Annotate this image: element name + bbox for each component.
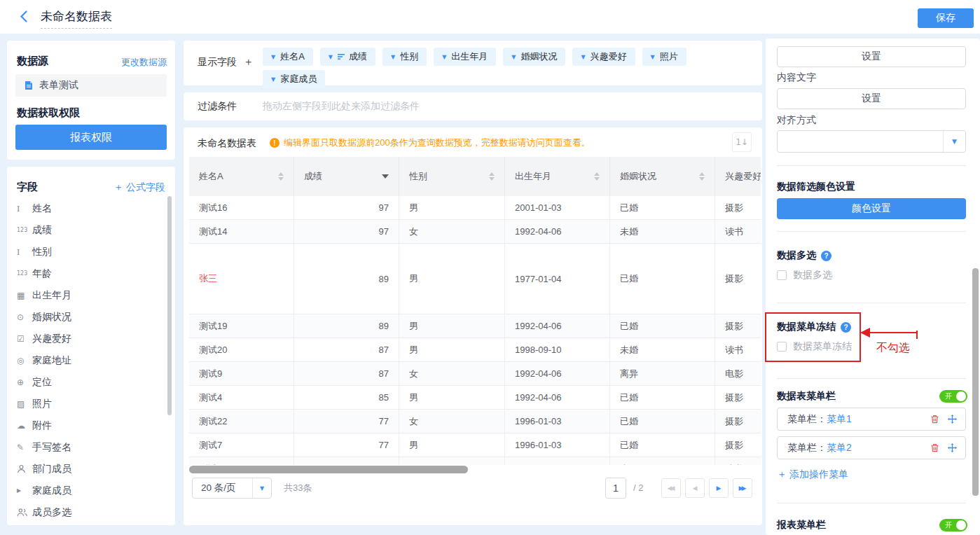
column-header[interactable]: 成绩 xyxy=(294,157,399,196)
target-icon: ⊕ xyxy=(17,377,32,387)
field-item[interactable]: ⊕定位 xyxy=(17,371,161,393)
table-row[interactable]: 测试2087男1998-09-10未婚读书 xyxy=(189,338,761,362)
sort-desc-icon[interactable] xyxy=(382,174,389,179)
report-menu-toggle[interactable]: 开 xyxy=(939,519,967,531)
field-item-label: 成员多选 xyxy=(32,506,71,519)
next-page-icon[interactable]: ▶ xyxy=(709,478,729,498)
sort-carets-icon[interactable] xyxy=(699,172,705,181)
move-icon[interactable] xyxy=(948,443,957,452)
field-item[interactable]: 123年龄 xyxy=(17,263,161,284)
chevron-down-icon: ▼ xyxy=(651,54,655,60)
horizontal-scrollbar[interactable] xyxy=(189,466,468,473)
column-header[interactable]: 婚姻状况 xyxy=(610,157,715,196)
table-cell: 1992-04-06 xyxy=(505,220,610,243)
field-item[interactable]: 123成绩 xyxy=(17,219,161,241)
align-select[interactable]: ▼ xyxy=(777,130,966,153)
trash-icon[interactable] xyxy=(930,415,939,424)
add-formula-field-link[interactable]: ＋ 公式字段 xyxy=(113,181,165,194)
menu-item-name[interactable]: 菜单1 xyxy=(827,413,852,426)
column-header[interactable]: 姓名A xyxy=(189,157,294,196)
table-row[interactable]: 测试1776女1996-01-03未婚读书 xyxy=(189,457,761,465)
first-page-icon[interactable]: ◀◀ xyxy=(661,478,681,498)
field-item[interactable]: ▨照片 xyxy=(17,393,161,415)
trash-icon[interactable] xyxy=(930,443,939,452)
field-item[interactable]: I性别 xyxy=(17,241,161,263)
table-row[interactable]: 测试2277女1996-01-03已婚摄影 xyxy=(189,410,761,433)
table-cell: 摄影 xyxy=(715,433,761,457)
field-item[interactable]: I姓名 xyxy=(17,197,161,219)
inspector-scrollbar[interactable] xyxy=(972,268,979,496)
field-chip-label: 成绩 xyxy=(349,50,367,63)
column-header[interactable]: 性别 xyxy=(399,157,505,196)
menu-item-name[interactable]: 菜单2 xyxy=(827,442,852,454)
menu-item[interactable]: 菜单栏：菜单1 xyxy=(777,408,966,431)
table-cell: 未婚 xyxy=(610,338,715,361)
field-item[interactable]: 部门成员 xyxy=(17,458,161,480)
table-row[interactable]: 测试777男1996-01-03已婚摄影 xyxy=(189,433,761,457)
field-chip[interactable]: ▼性别 xyxy=(382,48,427,66)
field-item-label: 婚姻状况 xyxy=(32,311,71,324)
table-row[interactable]: 测试987女1992-04-06离异电影 xyxy=(189,362,761,386)
field-item[interactable]: ◎家庭地址 xyxy=(17,349,161,371)
page-total-label: / 2 xyxy=(633,478,643,499)
help-icon[interactable]: ? xyxy=(821,251,831,261)
datasource-item[interactable]: 表单测试 xyxy=(15,74,167,97)
table-cell: 1996-01-03 xyxy=(505,433,610,457)
sort-carets-icon[interactable] xyxy=(594,172,600,181)
field-chip[interactable]: ▼姓名A xyxy=(263,48,313,66)
field-item[interactable]: ☑兴趣爱好 xyxy=(17,328,161,349)
sort-carets-icon[interactable] xyxy=(489,172,495,181)
table-row[interactable]: 测试1497女1992-04-06未婚读书 xyxy=(189,220,761,244)
field-chip[interactable]: ▼出生年月 xyxy=(434,48,496,66)
sort-order-icon[interactable]: 1↓ xyxy=(732,132,752,152)
move-icon[interactable] xyxy=(948,415,957,424)
last-page-icon[interactable]: ▶▶ xyxy=(733,478,752,498)
location-icon: ◎ xyxy=(17,356,32,366)
table-cell: 85 xyxy=(294,386,399,409)
table-cell: 测试19 xyxy=(189,314,294,338)
table-menu-toggle[interactable]: 开 xyxy=(939,390,967,403)
table-cell: 89 xyxy=(294,314,399,338)
field-chip[interactable]: ▼成绩 xyxy=(320,48,375,66)
color-setting-button[interactable]: 颜色设置 xyxy=(777,198,966,219)
report-permission-button[interactable]: 报表权限 xyxy=(15,125,167,150)
display-field-chips: ▼姓名A▼成绩▼性别▼出生年月▼婚姻状况▼兴趣爱好▼照片▼家庭成员 xyxy=(263,45,753,90)
filter-dropzone[interactable]: 拖动左侧字段到此处来添加过滤条件 xyxy=(263,100,420,113)
multi-select-checkbox[interactable] xyxy=(777,270,787,280)
page-number-input[interactable]: 1 xyxy=(605,478,626,499)
field-item[interactable]: ✎手写签名 xyxy=(17,436,161,458)
table-cell: 男 xyxy=(399,196,505,219)
field-chip[interactable]: ▼婚姻状况 xyxy=(503,48,565,66)
field-item[interactable]: ☁附件 xyxy=(17,415,161,436)
table-row[interactable]: 测试1697男2001-01-03已婚摄影 xyxy=(189,196,761,220)
menu-item[interactable]: 菜单栏：菜单2 xyxy=(777,436,966,459)
sort-carets-icon[interactable] xyxy=(278,172,284,181)
back-icon[interactable] xyxy=(20,11,31,23)
page-size-value: 20 条/页 xyxy=(193,482,252,494)
setting-button-2[interactable]: 设置 xyxy=(777,88,966,109)
table-row[interactable]: 张三89男1977-01-04已婚摄影 xyxy=(189,244,761,314)
table-row[interactable]: 测试1989男1992-04-06已婚摄影 xyxy=(189,314,761,338)
text-icon: I xyxy=(17,203,32,214)
field-item[interactable]: ▶家庭成员 xyxy=(17,480,161,501)
datasource-heading: 数据源 xyxy=(17,55,48,68)
column-header[interactable]: 兴趣爱好 xyxy=(715,157,761,196)
setting-button-1[interactable]: 设置 xyxy=(777,46,966,67)
field-chip[interactable]: ▼家庭成员 xyxy=(263,70,325,88)
table-body: 测试1697男2001-01-03已婚摄影测试1497女1992-04-06未婚… xyxy=(189,196,761,465)
add-action-menu-link[interactable]: ＋ 添加操作菜单 xyxy=(777,468,848,481)
table-row[interactable]: 测试485男1992-04-06已婚摄影 xyxy=(189,386,761,410)
fields-scrollbar[interactable] xyxy=(167,196,172,415)
page-title[interactable]: 未命名数据表 xyxy=(41,8,112,29)
field-chip[interactable]: ▼兴趣爱好 xyxy=(572,48,635,66)
column-header[interactable]: 出生年月 xyxy=(505,157,610,196)
change-datasource-link[interactable]: 更改数据源 xyxy=(121,56,167,69)
page-size-select[interactable]: 20 条/页 ▼ xyxy=(192,478,272,499)
field-item[interactable]: 成员多选 xyxy=(17,501,161,523)
field-chip[interactable]: ▼照片 xyxy=(642,48,686,66)
field-item[interactable]: ⊙婚姻状况 xyxy=(17,306,161,328)
save-button[interactable]: 保存 xyxy=(918,8,974,28)
add-display-field-icon[interactable]: ＋ xyxy=(243,55,254,67)
prev-page-icon[interactable]: ◀ xyxy=(685,478,705,498)
field-item[interactable]: ▦出生年月 xyxy=(17,284,161,306)
